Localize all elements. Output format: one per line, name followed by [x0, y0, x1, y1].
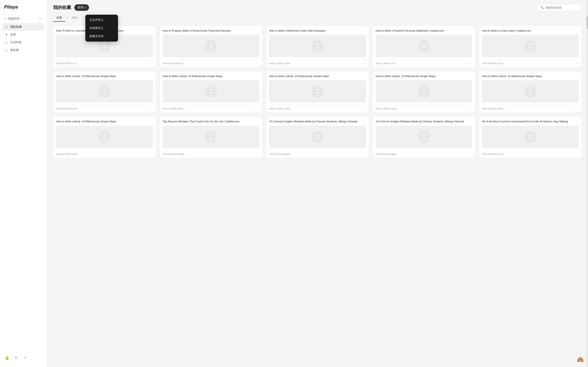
card-item[interactable]: How to Write a Cover Letter | Indeed.com… — [479, 26, 582, 67]
refresh-icon[interactable]: ↺ — [22, 355, 28, 360]
sidebar-item-word-list[interactable]: □ 生词列表 — [2, 39, 44, 46]
card-footer: How to Write a Boo... ··· — [479, 105, 582, 113]
search-box[interactable]: 🔍 — [537, 4, 582, 11]
card-footer-text: How to Write a Ref... — [269, 62, 292, 65]
card-item[interactable]: How to Write a Reference Letter With Exa… — [266, 26, 369, 67]
card-more-button[interactable]: ··· — [468, 61, 472, 66]
card-more-button[interactable]: ··· — [468, 152, 472, 156]
sidebar-item-discover[interactable]: ✦ 发现 — [2, 31, 44, 38]
sidebar-item-trash[interactable]: □ 废纸篓 — [2, 47, 44, 54]
sidebar-label-discover: 发现 — [10, 33, 16, 36]
card-title: 30 of the Most Common Grammatical Errors… — [482, 119, 579, 124]
card-footer: How to Write a Po... ··· — [373, 59, 475, 67]
notification-icon[interactable]: 🔔 — [4, 355, 10, 360]
card-item[interactable]: 15 Common English Mistakes Made by Chine… — [266, 117, 369, 158]
title-row: 我的收藏 新增 ▾ — [53, 4, 89, 11]
card-footer: Top Resume Mistak... ··· — [160, 150, 262, 158]
card-more-button[interactable]: ··· — [575, 61, 579, 66]
card-footer-text: How to Write a Boo... — [56, 153, 79, 156]
app-logo: Pitaya — [0, 4, 47, 15]
globe-icon — [311, 85, 324, 98]
card-thumbnail — [163, 125, 259, 148]
globe-icon — [311, 131, 324, 143]
globe-icon — [98, 131, 111, 143]
card-item[interactable]: How to Write a Book: 10 Ridiculously Sim… — [266, 71, 369, 113]
card-item[interactable]: 15 Common English Mistakes Made by Chine… — [373, 117, 476, 158]
card-title: How to Write a Book: 10 Ridiculously Sim… — [56, 119, 153, 124]
card-body: How to Write a Book: 10 Ridiculously Sim… — [373, 71, 475, 105]
globe-icon — [524, 40, 536, 52]
card-footer-text: How to Write a Po... — [376, 62, 397, 65]
card-item[interactable]: How to Write a Book: 10 Ridiculously Sim… — [53, 71, 156, 113]
globe-icon — [205, 85, 217, 98]
card-body: 30 of the Most Common Grammatical Errors… — [479, 117, 582, 150]
card-footer: How to Write a Cov... ··· — [479, 59, 582, 67]
tab-all[interactable]: 全部 — [53, 14, 65, 22]
card-item[interactable]: How to Write a Book: 10 Ridiculously Sim… — [160, 71, 263, 113]
card-item[interactable]: How to Write a Book: 10 Ridiculously Sim… — [479, 71, 582, 113]
card-item[interactable]: How to Properly Write a Formal Email (Th… — [160, 26, 263, 67]
card-thumbnail — [269, 125, 366, 148]
card-thumbnail — [56, 125, 153, 148]
card-more-button[interactable]: ··· — [361, 152, 366, 156]
card-body: How to Write a Powerful Personal Stateme… — [373, 26, 475, 59]
card-title: How to Write a Book: 10 Ridiculously Sim… — [163, 74, 259, 78]
sidebar-item-smart-write[interactable]: □ 智能写作 + — [2, 15, 44, 23]
scrollbar-thumb — [587, 16, 588, 29]
card-thumbnail — [56, 80, 153, 103]
import-file-item[interactable]: 从文件导入 — [85, 16, 118, 24]
sidebar-label-smart-write: 智能写作 — [8, 17, 20, 21]
new-button[interactable]: 新增 ▾ — [74, 4, 89, 11]
card-item[interactable]: How to Write a Book: 10 Ridiculously Sim… — [53, 117, 156, 158]
globe-icon — [311, 40, 324, 52]
card-title: How to Write a Book: 10 Ridiculously Sim… — [269, 74, 366, 78]
card-thumbnail — [482, 35, 579, 57]
card-body: 15 Common English Mistakes Made by Chine… — [266, 117, 369, 150]
settings-icon[interactable]: ⚙ — [13, 355, 19, 360]
card-footer-text: How to Write a Boo... — [376, 107, 399, 110]
card-more-button[interactable]: ··· — [361, 61, 366, 66]
import-link-item[interactable]: 从链接导入 — [85, 24, 118, 32]
card-title: How to Write a Book: 10 Ridiculously Sim… — [376, 74, 472, 78]
scrollbar[interactable] — [586, 0, 588, 367]
new-folder-item[interactable]: 新建文件夹 — [85, 32, 118, 40]
sidebar-nav: □ 智能写作 + ☆ 我的收藏 ✦ 发现 □ 生词列表 □ 废纸篓 — [0, 15, 47, 54]
card-footer: How to Write a Boo... ··· — [160, 105, 262, 113]
card-footer-text: 15 Common Englis... — [376, 153, 398, 156]
card-thumbnail — [376, 80, 472, 103]
card-thumbnail — [269, 35, 366, 57]
globe-icon — [524, 131, 536, 143]
card-title: How to Write a Book: 10 Ridiculously Sim… — [482, 74, 579, 78]
search-input[interactable] — [545, 6, 579, 9]
star-icon: ☆ — [4, 25, 8, 29]
card-item[interactable]: Top Resume Mistakes That Could Cost You … — [160, 117, 263, 158]
card-more-button[interactable]: ··· — [255, 61, 259, 66]
card-more-button[interactable]: ··· — [148, 106, 153, 111]
sidebar-label-favorites: 我的收藏 — [10, 25, 22, 29]
card-more-button[interactable]: ··· — [255, 152, 259, 156]
card-more-button[interactable]: ··· — [575, 152, 579, 156]
card-more-button[interactable]: ··· — [255, 106, 259, 111]
discover-icon: ✦ — [4, 33, 8, 36]
card-more-button[interactable]: ··· — [148, 61, 153, 66]
card-item[interactable]: 30 of the Most Common Grammatical Errors… — [479, 117, 582, 158]
card-more-button[interactable]: ··· — [468, 106, 472, 111]
card-more-button[interactable]: ··· — [575, 106, 579, 111]
page-title: 我的收藏 — [53, 4, 71, 11]
card-footer: How to Write a Boo... ··· — [53, 105, 156, 113]
card-item[interactable]: How to Write a Book: 10 Ridiculously Sim… — [373, 71, 476, 113]
tab-pdf[interactable]: PDF — [69, 15, 81, 21]
card-body: How to Write a Cover Letter | Indeed.com — [479, 26, 582, 59]
new-button-label: 新增 — [78, 6, 83, 9]
sidebar-item-favorites[interactable]: ☆ 我的收藏 — [2, 23, 44, 31]
globe-icon — [418, 40, 430, 52]
card-more-button[interactable]: ··· — [148, 152, 153, 156]
globe-icon — [524, 85, 536, 98]
card-more-button[interactable]: ··· — [361, 106, 366, 111]
card-item[interactable]: How to Write a Powerful Personal Stateme… — [373, 26, 476, 67]
sidebar-bottom: 🔔 ⚙ ↺ — [0, 352, 47, 363]
card-body: How to Write a Book: 10 Ridiculously Sim… — [160, 71, 262, 105]
card-footer: How to Write a Ref... ··· — [266, 59, 369, 67]
add-smart-write-button[interactable]: + — [38, 17, 42, 21]
card-title: How to Write a Powerful Personal Stateme… — [376, 29, 472, 33]
